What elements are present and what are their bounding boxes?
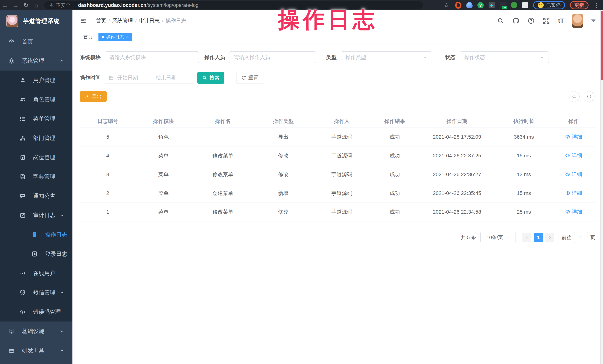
extension-grid-diamond-icon[interactable]: ◆ <box>488 2 495 8</box>
sidebar-item-error-code[interactable]: 错误码管理 <box>0 302 72 321</box>
sidebar-item-operate-log[interactable]: 操作日志 <box>0 225 72 244</box>
toggle-search-button[interactable] <box>569 91 580 102</box>
tag-close-icon[interactable]: × <box>126 35 129 39</box>
chevron-down-icon <box>505 235 510 240</box>
sidebar-item-infrastructure[interactable]: 基础设施 <box>0 321 72 341</box>
time-label: 操作时间 <box>80 74 101 81</box>
search-icon[interactable] <box>497 17 504 24</box>
page-number-active[interactable]: 1 <box>534 233 543 242</box>
page-scrollbar[interactable] <box>600 11 603 364</box>
sidebar-item-audit-log[interactable]: 审计日志 <box>0 206 72 225</box>
col-duration: 执行时长 <box>496 115 552 128</box>
extension-green-y-icon[interactable]: y <box>477 2 484 8</box>
sidebar-item-online-users[interactable]: 在线用户 <box>0 264 72 283</box>
page-size-select[interactable]: 10条/页 <box>480 232 516 243</box>
sidebar-item-role-management[interactable]: 角色管理 <box>0 90 72 109</box>
user-avatar[interactable] <box>572 14 583 28</box>
refresh-table-button[interactable] <box>584 91 594 102</box>
operate-log-table: 日志编号 操作模块 操作名 操作类型 操作人 操作结果 操作日期 执行时长 操作… <box>80 115 596 221</box>
operator-input[interactable] <box>229 51 316 63</box>
sidebar-item-department-management[interactable]: 部门管理 <box>0 128 72 148</box>
detail-link[interactable]: 详细 <box>565 208 582 215</box>
browser-update-button[interactable]: 更新 <box>570 1 589 9</box>
next-page-button[interactable] <box>545 233 554 242</box>
table-row: 5 角色 导出 芋道源码 成功 2021-04-28 17:52:09 3634… <box>80 128 596 146</box>
browser-back-icon[interactable]: ← <box>0 0 11 11</box>
sidebar-item-login-log[interactable]: 登录日志 <box>0 244 72 264</box>
col-name: 操作名 <box>191 115 255 128</box>
document-icon <box>31 231 38 238</box>
toolbox-icon <box>8 347 15 354</box>
sidebar-item-dev-tools[interactable]: 研发工具 <box>0 341 72 360</box>
sidebar-item-sms-management[interactable]: 短信管理 <box>0 283 72 302</box>
date-range-picker[interactable]: 开始日期 - 结束日期 <box>105 72 193 84</box>
scrollbar-thumb[interactable] <box>601 11 603 80</box>
status-select[interactable]: 操作状态 <box>460 51 549 63</box>
sync-paused-badge[interactable]: 已暂停 <box>533 1 565 9</box>
active-dot-icon <box>102 36 104 38</box>
tags-view-bar: 首页 操作日志 × <box>72 31 603 43</box>
extension-orange-ring-icon[interactable] <box>455 2 462 8</box>
total-count: 共 5 条 <box>461 234 476 241</box>
tag-home[interactable]: 首页 <box>80 33 96 41</box>
sidebar-item-menu-management[interactable]: 菜单管理 <box>0 109 72 128</box>
url-path: /system/log/operate-log <box>146 2 198 8</box>
col-action: 操作 <box>552 115 596 128</box>
fullscreen-icon[interactable] <box>543 17 550 24</box>
breadcrumb: 首页 系统管理 审计日志 操作日志 <box>96 17 186 24</box>
sidebar-item-notice[interactable]: 通知公告 <box>0 186 72 206</box>
browser-reload-icon[interactable]: ↻ <box>21 0 31 11</box>
dashboard-icon <box>8 38 15 45</box>
extension-blue-drop-icon[interactable] <box>466 2 473 8</box>
sidebar-item-system-management[interactable]: 系统管理 <box>0 51 72 71</box>
module-input[interactable] <box>105 51 199 63</box>
sidebar: 芋道管理系统 首页 系统管理 <box>0 11 72 364</box>
table-header-row: 日志编号 操作模块 操作名 操作类型 操作人 操作结果 操作日期 执行时长 操作 <box>80 115 596 128</box>
chevron-down-icon <box>423 55 428 60</box>
detail-link[interactable]: 详细 <box>565 133 582 140</box>
help-icon[interactable] <box>528 17 535 24</box>
col-operator: 操作人 <box>312 115 371 128</box>
bookmark-star-icon[interactable]: ☆ <box>443 0 450 11</box>
search-icon <box>572 94 577 99</box>
reset-button[interactable]: 重置 <box>236 72 263 84</box>
search-button[interactable]: 搜索 <box>197 72 224 84</box>
prev-page-button[interactable] <box>522 233 531 242</box>
extension-vpn-icon[interactable]: on <box>500 2 506 8</box>
export-button[interactable]: 导出 <box>80 91 107 102</box>
extension-leaf-icon[interactable] <box>511 2 517 8</box>
hamburger-icon[interactable] <box>80 17 87 24</box>
avatar-caret-icon[interactable] <box>591 20 596 22</box>
breadcrumb-system[interactable]: 系统管理 <box>112 17 137 24</box>
browser-menu-icon[interactable]: ⋮ <box>593 0 600 11</box>
module-label: 系统模块 <box>80 54 101 61</box>
goto-page-input[interactable] <box>574 232 588 243</box>
type-select[interactable]: 操作类型 <box>341 51 432 63</box>
browser-home-icon[interactable]: ⌂ <box>31 0 42 11</box>
status-label: 状态 <box>445 54 455 61</box>
start-date-placeholder: 开始日期 <box>117 74 138 81</box>
tag-operate-log[interactable]: 操作日志 × <box>98 33 132 41</box>
breadcrumb-audit[interactable]: 审计日志 <box>139 17 163 24</box>
url-divider <box>74 3 74 8</box>
sidebar-item-user-management[interactable]: 用户管理 <box>0 71 72 90</box>
font-size-icon[interactable]: tT <box>558 17 564 24</box>
sidebar-item-dict-management[interactable]: 字典管理 <box>0 167 72 186</box>
browser-update-label: 更新 <box>574 2 584 9</box>
col-module: 操作模块 <box>136 115 191 128</box>
refresh-icon <box>587 94 591 99</box>
extension-white-icon[interactable] <box>522 2 528 8</box>
detail-link[interactable]: 详细 <box>565 189 582 197</box>
sidebar-item-home[interactable]: 首页 <box>0 32 72 51</box>
sidebar-item-post-management[interactable]: 岗位管理 <box>0 148 72 167</box>
detail-link[interactable]: 详细 <box>565 152 582 159</box>
eye-icon <box>565 209 570 214</box>
breadcrumb-home[interactable]: 首页 <box>96 17 110 24</box>
breadcrumb-current: 操作日志 <box>165 17 186 24</box>
detail-link[interactable]: 详细 <box>565 171 582 178</box>
emoji-face-icon <box>538 2 544 8</box>
not-secure-icon: ⚠ <box>49 2 54 8</box>
github-icon[interactable] <box>512 17 519 24</box>
address-bar[interactable]: ⚠ 不安全 dashboard.yudao.iocoder.cn /system… <box>44 1 423 9</box>
browser-forward-icon[interactable]: → <box>11 0 21 11</box>
